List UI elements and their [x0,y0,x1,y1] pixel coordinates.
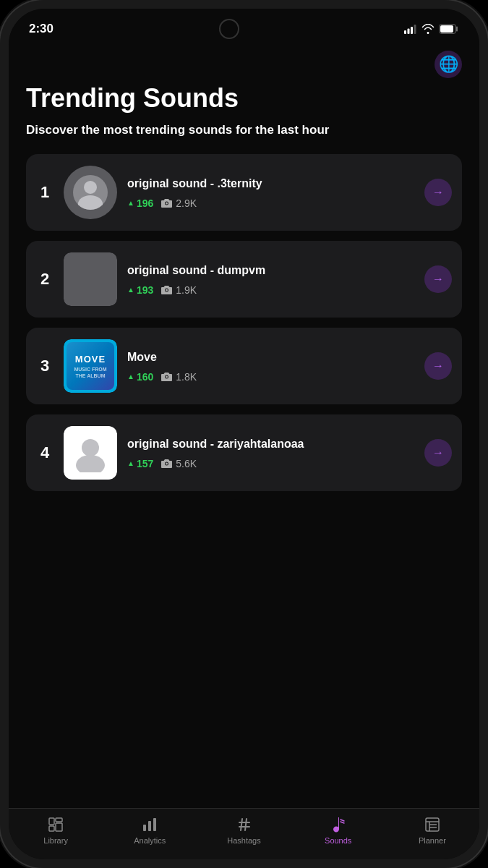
svg-rect-19 [56,823,62,831]
globe-icon: 🌐 [439,55,458,74]
svg-rect-1 [408,28,410,34]
thumbnail-3: MOVE MUSIC FROM THE ALBUM [64,339,117,393]
svg-rect-3 [414,25,416,34]
up-arrow-1: ▲ [127,199,134,207]
page-title: Trending Sounds [26,84,462,113]
status-time: 2:30 [29,22,53,36]
sound-stats-4: ▲ 157 5.6K [127,458,414,469]
svg-point-9 [166,289,168,291]
tab-library-label: Library [43,836,68,845]
svg-point-7 [166,202,168,204]
svg-point-11 [166,375,168,378]
white-thumb-4 [64,426,117,480]
trending-value-4: 157 [137,458,153,469]
thumbnail-2 [64,252,117,306]
move-thumb-3: MOVE MUSIC FROM THE ALBUM [64,339,117,393]
up-arrow-2: ▲ [127,286,134,294]
trending-value-2: 193 [137,284,153,296]
camera-icon-1 [160,198,173,208]
sound-card-4: 4 original sound - zariyahtalanoaa ▲ [26,414,462,491]
sound-info-4: original sound - zariyahtalanoaa ▲ 157 [127,437,414,469]
svg-rect-5 [440,25,453,33]
arrow-button-1[interactable]: → [424,179,452,206]
sound-name-4: original sound - zariyahtalanoaa [127,437,414,452]
tab-bar: Library Analytics Hashtags [9,808,479,859]
tab-hashtags[interactable]: Hashtags [197,816,291,845]
svg-point-12 [82,439,99,456]
person-icon-1 [73,175,108,210]
trending-stat-4: ▲ 157 [127,458,153,469]
tab-planner[interactable]: Planner [385,816,479,845]
analytics-icon [141,816,158,833]
svg-point-15 [166,462,168,464]
sound-info-3: Move ▲ 160 1.8K [127,350,414,383]
avatar-circle-1 [64,166,117,219]
status-bar: 2:30 [9,9,479,43]
sound-info-2: original sound - dumpvm ▲ 193 [127,263,414,296]
tab-sounds[interactable]: Sounds [291,816,385,845]
tab-sounds-label: Sounds [325,836,351,845]
tab-planner-label: Planner [419,836,446,845]
wifi-icon [421,24,435,34]
library-icon [47,816,64,833]
rank-1: 1 [36,183,53,202]
front-camera [219,19,239,39]
svg-line-26 [245,819,247,830]
sound-stats-1: ▲ 196 2.9K [127,197,414,209]
trending-value-3: 160 [137,371,153,383]
video-stat-3: 1.8K [160,371,197,383]
tab-analytics[interactable]: Analytics [103,816,197,845]
move-text: MOVE [75,354,106,365]
sound-info-1: original sound - .3ternity ▲ 196 [127,176,414,209]
sound-card-2: 2 original sound - dumpvm ▲ 193 [26,241,462,318]
sound-stats-2: ▲ 193 1.9K [127,284,414,296]
video-count-2: 1.9K [176,284,197,296]
video-stat-4: 5.6K [160,458,197,469]
up-arrow-4: ▲ [127,459,134,467]
signal-icon [404,25,417,34]
thumbnail-1 [64,166,117,219]
planner-icon [424,816,441,833]
sound-name-2: original sound - dumpvm [127,263,414,278]
svg-rect-18 [56,818,62,822]
svg-rect-21 [148,821,151,831]
svg-rect-16 [49,818,54,825]
person-icon-4 [71,433,110,472]
svg-rect-22 [153,818,156,831]
arrow-button-4[interactable]: → [424,439,452,467]
video-stat-1: 2.9K [160,197,197,209]
arrow-button-2[interactable]: → [424,265,452,293]
camera-icon-4 [160,459,173,469]
svg-point-13 [76,455,105,472]
sounds-icon [330,816,347,833]
sound-name-1: original sound - .3ternity [127,176,414,192]
main-content: 🌐 Trending Sounds Discover the most tren… [9,43,479,808]
globe-button-area: 🌐 [26,51,462,78]
phone-frame: 2:30 [0,0,488,868]
trending-stat-3: ▲ 160 [127,371,153,383]
trending-stat-1: ▲ 196 [127,197,153,209]
rank-4: 4 [36,443,53,462]
video-count-3: 1.8K [176,371,197,383]
svg-line-25 [241,819,242,830]
camera-icon-3 [160,372,173,382]
square-thumb-2 [64,252,117,306]
trending-stat-2: ▲ 193 [127,284,153,296]
move-inner: MOVE MUSIC FROM THE ALBUM [67,342,114,390]
tab-library[interactable]: Library [9,816,103,845]
svg-rect-20 [143,825,146,831]
sound-stats-3: ▲ 160 1.8K [127,371,414,383]
video-stat-2: 1.9K [160,284,197,296]
move-subtext: MUSIC FROM THE ALBUM [71,367,110,379]
page-subtitle: Discover the most trending sounds for th… [26,122,462,139]
rank-3: 3 [36,357,53,375]
up-arrow-3: ▲ [127,373,134,380]
globe-button[interactable]: 🌐 [435,51,462,78]
phone-screen: 2:30 [9,9,479,859]
tab-hashtags-label: Hashtags [227,836,260,845]
sound-card-3: 3 MOVE MUSIC FROM THE ALBUM Move ▲ [26,328,462,404]
video-count-4: 5.6K [176,458,197,469]
rank-2: 2 [36,270,53,289]
svg-rect-17 [49,826,54,831]
arrow-button-3[interactable]: → [424,352,452,380]
